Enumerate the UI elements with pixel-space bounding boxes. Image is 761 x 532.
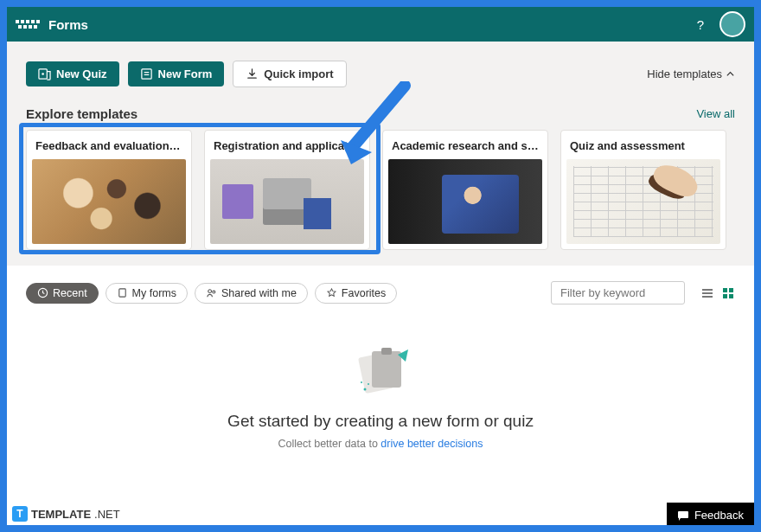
- empty-state: Get started by creating a new form or qu…: [26, 339, 735, 450]
- svg-point-8: [213, 291, 215, 293]
- form-icon: [140, 67, 153, 80]
- svg-rect-22: [678, 511, 688, 518]
- tab-shared[interactable]: Shared with me: [195, 283, 308, 304]
- svg-rect-2: [141, 69, 150, 79]
- quick-import-label: Quick import: [264, 67, 333, 80]
- hide-templates-toggle[interactable]: Hide templates: [647, 67, 735, 80]
- hide-templates-label: Hide templates: [647, 67, 722, 80]
- template-card-title: Feedback and evaluation su...: [27, 131, 191, 159]
- star-icon: [326, 287, 337, 298]
- svg-point-7: [208, 290, 212, 293]
- empty-subtitle: Collect better data to drive better deci…: [26, 438, 735, 450]
- template-thumbnail: [210, 159, 364, 244]
- svg-rect-13: [729, 288, 733, 292]
- quiz-icon: [38, 67, 51, 80]
- view-all-link[interactable]: View all: [696, 107, 735, 120]
- clock-icon: [37, 287, 48, 298]
- watermark-brand: TEMPLATE: [31, 508, 91, 521]
- tab-recent-label: Recent: [53, 287, 87, 299]
- template-card-registration[interactable]: Registration and application...: [204, 130, 370, 250]
- empty-title: Get started by creating a new form or qu…: [26, 412, 735, 431]
- feedback-label: Feedback: [694, 509, 744, 522]
- svg-point-21: [368, 383, 369, 385]
- chevron-up-icon: [726, 69, 735, 79]
- template-card-title: Academic research and study: [383, 131, 547, 159]
- help-icon[interactable]: ?: [688, 12, 713, 36]
- avatar[interactable]: [719, 11, 745, 37]
- filter-input[interactable]: [551, 281, 685, 304]
- template-thumbnail: [32, 159, 186, 244]
- svg-rect-6: [118, 289, 125, 297]
- empty-illustration-icon: [346, 339, 415, 400]
- feedback-button[interactable]: Feedback: [667, 503, 754, 525]
- tab-my-forms-label: My forms: [132, 287, 176, 299]
- grid-view-icon[interactable]: [721, 286, 735, 300]
- svg-rect-15: [729, 294, 733, 298]
- tab-recent[interactable]: Recent: [26, 283, 99, 304]
- svg-rect-18: [381, 348, 392, 355]
- explore-templates-title: Explore templates: [26, 106, 137, 121]
- template-thumbnail: [388, 159, 542, 244]
- watermark-logo-icon: T: [12, 506, 28, 522]
- svg-point-19: [364, 388, 367, 391]
- new-form-label: New Form: [158, 67, 213, 80]
- watermark-suffix: .NET: [94, 508, 120, 521]
- new-quiz-button[interactable]: New Quiz: [26, 61, 119, 87]
- svg-point-1: [42, 73, 44, 75]
- template-card-academic[interactable]: Academic research and study: [382, 130, 548, 250]
- template-card-title: Registration and application...: [205, 131, 369, 159]
- tab-favorites-label: Favorites: [342, 287, 386, 299]
- template-card-feedback[interactable]: Feedback and evaluation su...: [26, 130, 192, 250]
- import-icon: [246, 67, 259, 80]
- forms-list-section: Recent My forms Shared with me Favorites: [7, 266, 754, 525]
- quick-import-button[interactable]: Quick import: [233, 61, 346, 87]
- chat-icon: [677, 510, 689, 522]
- watermark: T TEMPLATE.NET: [12, 506, 120, 522]
- app-launcher-icon[interactable]: [16, 12, 40, 36]
- app-title: Forms: [48, 17, 88, 32]
- list-view-icon[interactable]: [700, 286, 714, 300]
- svg-rect-17: [372, 351, 401, 388]
- new-form-button[interactable]: New Form: [128, 61, 225, 87]
- tab-shared-label: Shared with me: [221, 287, 297, 299]
- tab-my-forms[interactable]: My forms: [106, 283, 188, 304]
- empty-link[interactable]: drive better decisions: [380, 438, 483, 450]
- people-icon: [206, 287, 217, 298]
- svg-rect-12: [723, 288, 727, 292]
- new-quiz-label: New Quiz: [56, 67, 107, 80]
- template-thumbnail: [566, 159, 720, 244]
- svg-point-20: [361, 381, 362, 383]
- svg-rect-14: [723, 294, 727, 298]
- topbar: Forms ?: [7, 7, 754, 42]
- document-icon: [117, 287, 128, 298]
- tab-favorites[interactable]: Favorites: [315, 283, 397, 304]
- template-card-title: Quiz and assessment: [561, 131, 726, 159]
- template-card-quiz[interactable]: Quiz and assessment: [560, 130, 726, 250]
- templates-section: New Quiz New Form Quick import Hide temp…: [7, 42, 754, 266]
